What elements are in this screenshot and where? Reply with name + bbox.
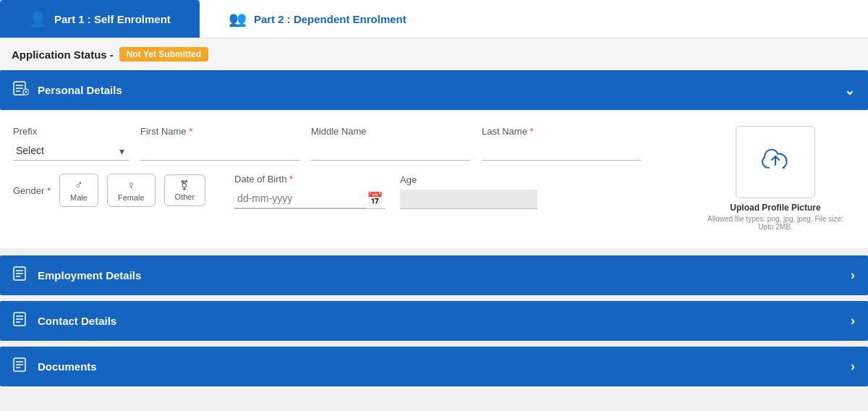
- middlename-field: Middle Name: [311, 126, 470, 161]
- employment-details-header[interactable]: Employment Details ›: [0, 255, 868, 295]
- tab1-label: Part 1 : Self Enrolment: [54, 13, 171, 25]
- status-badge: Not Yet Submitted: [119, 47, 208, 62]
- dob-label: Date of Birth *: [234, 174, 386, 185]
- firstname-label: First Name *: [140, 126, 299, 137]
- personal-details-body: Prefix Select Mr Mrs Ms Dr: [0, 111, 868, 248]
- employment-details-icon: [13, 266, 29, 285]
- employment-details-header-left: Employment Details: [13, 266, 141, 285]
- prefix-select[interactable]: Select Mr Mrs Ms Dr: [13, 141, 129, 161]
- contact-details-icon: [13, 311, 29, 331]
- age-field: Age: [400, 174, 537, 209]
- gender-option-female[interactable]: ♀ Female: [107, 174, 156, 207]
- male-symbol: ♂: [75, 179, 83, 192]
- lastname-required: *: [530, 126, 534, 137]
- prefix-select-wrapper: Select Mr Mrs Ms Dr: [13, 141, 129, 161]
- middlename-label: Middle Name: [311, 126, 470, 137]
- gender-required: *: [47, 185, 51, 196]
- calendar-icon[interactable]: 📅: [367, 191, 386, 207]
- form-row-1: Prefix Select Mr Mrs Ms Dr: [13, 126, 689, 161]
- male-label: Male: [70, 193, 88, 202]
- form-left: Prefix Select Mr Mrs Ms Dr: [13, 126, 689, 215]
- contact-details-title: Contact Details: [38, 315, 116, 327]
- upload-section: Upload Profile Picture Allowed file type…: [703, 126, 855, 231]
- lastname-label: Last Name *: [482, 126, 641, 137]
- documents-icon: [13, 357, 29, 376]
- female-symbol: ♀: [127, 179, 135, 192]
- employment-details-chevron: ›: [851, 268, 855, 283]
- age-label: Age: [400, 174, 537, 185]
- person-icon: 👤: [29, 10, 47, 27]
- dob-input-wrapper: 📅: [234, 189, 386, 209]
- other-label: Other: [175, 192, 195, 201]
- main-form-layout: Prefix Select Mr Mrs Ms Dr: [13, 126, 855, 231]
- gender-label: Gender *: [13, 185, 51, 196]
- contact-details-header-left: Contact Details: [13, 311, 116, 331]
- gender-option-other[interactable]: ⚧ Other: [164, 174, 206, 206]
- other-symbol: ⚧: [180, 179, 189, 191]
- personal-details-header-left: Personal Details: [13, 80, 122, 100]
- personal-details-icon: [13, 80, 29, 100]
- tab-self-enrolment[interactable]: 👤 Part 1 : Self Enrolment: [0, 0, 200, 38]
- contact-details-header[interactable]: Contact Details ›: [0, 301, 868, 341]
- tab2-label: Part 2 : Dependent Enrolment: [254, 13, 407, 25]
- personal-details-header[interactable]: Personal Details ⌄: [0, 70, 868, 110]
- firstname-required: *: [189, 126, 192, 137]
- lastname-field: Last Name *: [482, 126, 641, 161]
- age-input[interactable]: [400, 190, 537, 209]
- documents-header[interactable]: Documents ›: [0, 347, 868, 386]
- firstname-field: First Name *: [140, 126, 299, 161]
- personal-details-chevron: ⌄: [844, 82, 855, 98]
- dob-field: Date of Birth * 📅: [234, 174, 386, 209]
- personal-details-title: Personal Details: [38, 84, 122, 96]
- group-icon: 👥: [229, 10, 247, 27]
- prefix-label: Prefix: [13, 126, 129, 137]
- upload-cloud-icon: [760, 145, 791, 179]
- upload-title: Upload Profile Picture: [730, 203, 820, 213]
- header-tabs: 👤 Part 1 : Self Enrolment 👥 Part 2 : Dep…: [0, 0, 868, 38]
- employment-details-title: Employment Details: [38, 269, 141, 281]
- dob-age-group: Date of Birth * 📅 Age: [234, 174, 537, 209]
- status-label: Application Status -: [12, 48, 114, 61]
- form-row-2: Gender * ♂ Male ♀ Female ⚧: [13, 174, 689, 209]
- dob-required: *: [289, 174, 293, 185]
- gender-group: Gender * ♂ Male ♀ Female ⚧: [13, 174, 205, 207]
- gender-option-male[interactable]: ♂ Male: [59, 174, 98, 207]
- status-bar: Application Status - Not Yet Submitted: [0, 38, 868, 70]
- tab-dependent-enrolment[interactable]: 👥 Part 2 : Dependent Enrolment: [200, 0, 435, 38]
- dob-input[interactable]: [234, 189, 367, 208]
- documents-chevron: ›: [851, 359, 855, 374]
- lastname-input[interactable]: [482, 141, 641, 161]
- firstname-input[interactable]: [140, 141, 299, 161]
- documents-header-left: Documents: [13, 357, 97, 376]
- prefix-field: Prefix Select Mr Mrs Ms Dr: [13, 126, 129, 161]
- documents-title: Documents: [38, 360, 97, 373]
- middlename-input[interactable]: [311, 141, 470, 161]
- female-label: Female: [118, 193, 145, 202]
- contact-details-chevron: ›: [851, 313, 855, 329]
- upload-box[interactable]: [736, 126, 815, 198]
- upload-hint: Allowed file types: png, jpg, jpeg. File…: [703, 215, 848, 231]
